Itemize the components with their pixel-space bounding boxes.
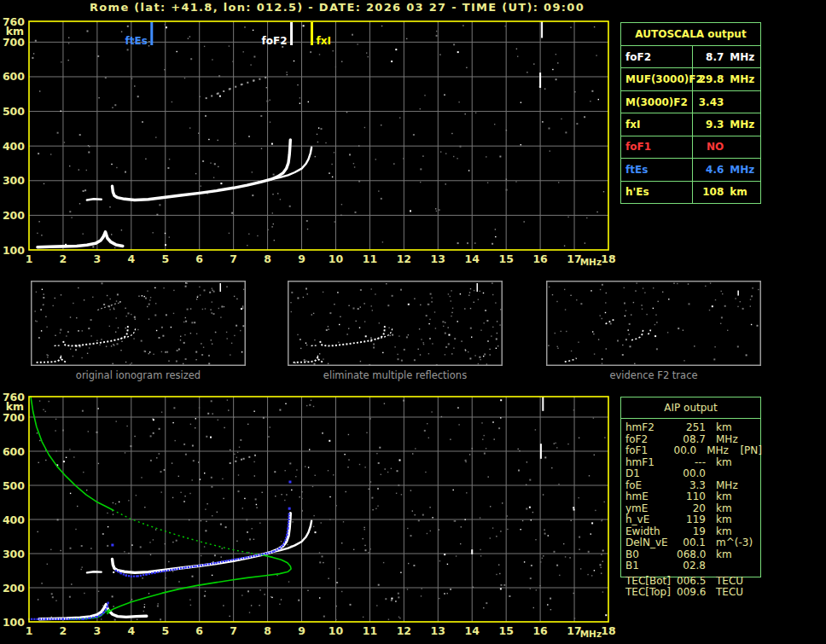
y-tick-label: 500 <box>3 479 25 492</box>
panel-trace-f2-extraordinary-trace <box>120 328 136 339</box>
x-tick-label: 2 <box>60 624 67 637</box>
autoscala-row-muf3000f2: MUF(3000)F229.8MHz <box>621 67 760 90</box>
autoscala-row-ftes: ftEs4.6MHz <box>621 158 760 180</box>
series-restored-trace-isolated-points <box>111 481 291 547</box>
y-tick-label: 100 <box>3 244 25 257</box>
x-axis-unit-label: MHz <box>580 629 602 639</box>
x-tick-label: 9 <box>298 252 305 265</box>
marker-fof2: foF2 <box>262 22 292 47</box>
x-tick-label: 11 <box>363 252 377 265</box>
x-tick-label: 13 <box>431 252 445 265</box>
series-f2-trace-leading-fragment <box>87 199 102 200</box>
marker-label-fof2: foF2 <box>262 35 288 47</box>
ionogram-canvas: ftEsfoF2fxI123456789101112131415161718MH… <box>3 15 616 268</box>
panel-trace-es-trace <box>37 357 67 363</box>
x-axis-unit-label: MHz <box>580 257 602 267</box>
aip-row-fof1: foF100.0MHz[PN] <box>620 445 762 457</box>
aip-table-rows: hmF2251kmfoF208.7MHzfoF100.0MHz[PN]hmF1-… <box>620 419 762 599</box>
y-tick-label: 600 <box>3 445 25 458</box>
grid-lines <box>29 397 608 622</box>
autoscala-row-fof1: foF1NO <box>621 136 760 158</box>
y-axis-unit-label: km <box>6 25 24 38</box>
x-tick-label: 10 <box>329 624 344 637</box>
y-tick-label: 700 <box>3 36 25 49</box>
panel-trace-fragment <box>565 358 577 362</box>
aip-row-hve: h_vE119km <box>620 514 762 526</box>
interference-streak <box>540 444 542 459</box>
panel-trace-second-reflection-echo <box>97 303 119 310</box>
x-tick-label: 6 <box>195 252 203 265</box>
x-tick-label: 15 <box>498 624 513 637</box>
x-tick-label: 14 <box>465 624 480 637</box>
x-tick-label: 11 <box>363 624 377 637</box>
parameter-label: ftEs <box>621 159 693 180</box>
y-tick-label: 500 <box>3 105 25 118</box>
x-tick-label: 3 <box>94 624 102 637</box>
parameter-value: 8.7MHz <box>693 51 760 63</box>
x-tick-label: 10 <box>329 252 344 265</box>
x-tick-label: 8 <box>264 252 271 265</box>
x-tick-label: 13 <box>431 624 445 637</box>
x-tick-label: 14 <box>465 252 480 265</box>
panel-border <box>547 281 761 366</box>
x-tick-label: 2 <box>60 252 67 265</box>
panel-border <box>288 281 503 366</box>
aip-row-tec0: TEC[Bot]006.5TECU <box>620 576 762 588</box>
x-tick-label: 5 <box>161 252 169 265</box>
panel-noise <box>290 282 501 366</box>
parameter-value: 108km <box>693 186 760 198</box>
axis-tick-labels: 123456789101112131415161718MHz1002003004… <box>3 391 616 640</box>
panel-caption-eliminate: eliminate multiple reflections <box>288 369 503 381</box>
noise-echoes <box>32 24 604 248</box>
x-tick-label: 16 <box>532 252 548 265</box>
parameter-label: foF2 <box>621 46 693 67</box>
marker-label-fxi: fxI <box>317 35 331 47</box>
parameter-label: M(3000)F2 <box>621 91 693 113</box>
parameter-label: MUF(3000)F2 <box>621 68 693 90</box>
autoscala-table-title: AUTOSCALA output <box>621 23 760 45</box>
aip-table-title: AIP output <box>620 397 761 419</box>
parameter-label: fxI <box>621 113 693 135</box>
axis-tick-labels: 123456789101112131415161718MHz1002003004… <box>3 15 616 268</box>
series-electron-density-profile-f-region <box>113 510 263 555</box>
x-tick-label: 9 <box>298 624 305 637</box>
aip-row-b0: B0068.0km <box>620 549 762 561</box>
autoscala-output-table: AUTOSCALA output foF28.7MHzMUF(3000)F229… <box>620 22 761 204</box>
panel-original-ionogram <box>31 281 246 366</box>
series-second-reflection-echo <box>206 77 267 99</box>
aip-row-tec1: TEC[Top]009.6TECU <box>620 587 762 599</box>
ionogram-top-plot: ftEsfoF2fxI123456789101112131415161718MH… <box>0 13 636 269</box>
marker-label-ftes: ftEs <box>125 35 147 47</box>
aip-row-fof2: foF208.7MHz <box>620 434 762 446</box>
autoscala-output-screen: Rome (lat: +41.8, lon: 012.5) - DATE: 20… <box>0 0 826 644</box>
aip-row-foe: foE3.3MHz <box>620 480 762 492</box>
y-tick-label: 300 <box>3 174 25 187</box>
aip-row-hme: hmE110km <box>620 491 762 503</box>
series-es-trace <box>38 232 123 247</box>
marker-ftes: ftEs <box>125 22 151 47</box>
series-f2-ordinary-trace <box>113 140 291 200</box>
x-tick-label: 5 <box>161 624 169 637</box>
autoscala-row-m3000f2: M(3000)F23.43 <box>621 90 760 113</box>
panel-eliminate-reflections <box>288 281 503 366</box>
y-tick-label: 100 <box>3 616 25 629</box>
parameter-value: 4.6MHz <box>693 164 760 176</box>
marker-fxi: fxI <box>312 22 331 47</box>
panel-trace-f2-extraordinary-trace <box>377 328 393 339</box>
y-tick-label: 400 <box>3 140 25 153</box>
station-date-time-header: Rome (lat: +41.8, lon: 012.5) - DATE: 20… <box>21 1 653 14</box>
panel-noise <box>548 282 759 364</box>
aip-output-table: AIP output hmF2251kmfoF208.7MHzfoF100.0M… <box>620 397 762 599</box>
aip-row-delnve: DelN_vE00.1m^(-3) <box>620 537 762 549</box>
interference-streak <box>541 21 543 38</box>
x-tick-label: 1 <box>26 252 33 265</box>
parameter-label: h'Es <box>621 182 693 203</box>
series-restored-trace-f-region <box>115 513 290 577</box>
x-tick-label: 1 <box>26 624 33 637</box>
series-electron-density-profile-topside <box>31 397 113 510</box>
interference-streak <box>542 397 544 411</box>
panel-trace-es-trace <box>294 357 324 363</box>
panel-border <box>32 281 246 366</box>
y-tick-label: 200 <box>3 582 25 595</box>
autoscala-row-fxi: fxI9.3MHz <box>621 113 760 135</box>
